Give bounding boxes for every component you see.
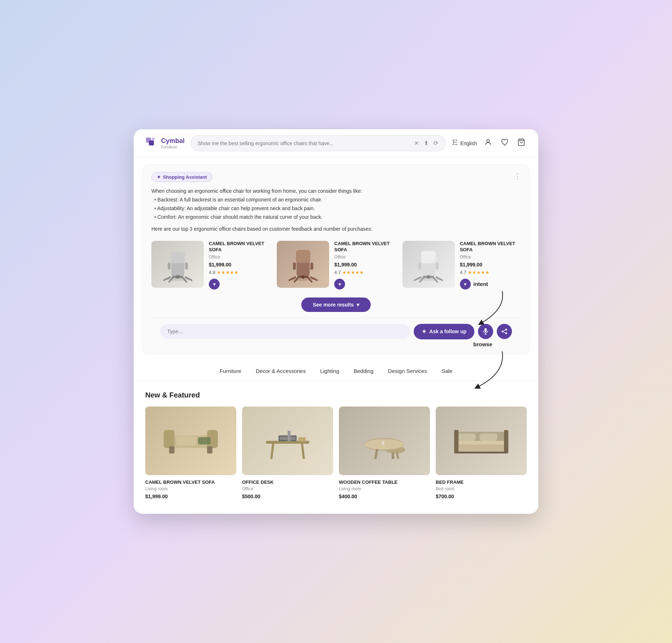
search-input[interactable] [198, 140, 410, 146]
language-button[interactable]: English [452, 139, 477, 148]
assistant-intro: When choosing an ergonomic office chair … [151, 187, 521, 196]
svg-rect-2 [152, 138, 155, 140]
featured-price-2: $500.00 [242, 494, 333, 499]
product-rating-1: 4.8 ★★★★★ [209, 270, 270, 275]
svg-rect-76 [504, 430, 508, 453]
svg-line-66 [397, 452, 398, 459]
featured-cat-2: Office [242, 486, 333, 491]
svg-line-65 [392, 452, 393, 459]
nav-item-furniture[interactable]: Furniture [220, 368, 241, 374]
featured-cat-1: Living room [145, 486, 236, 491]
expand-button-1[interactable]: ▾ [209, 279, 220, 290]
svg-point-15 [176, 275, 180, 279]
language-label: English [460, 140, 477, 146]
wishlist-button[interactable] [499, 137, 510, 149]
svg-rect-14 [185, 262, 188, 270]
featured-item-1[interactable]: CAMEL BROWN VELVET SOFA Living room $1,9… [145, 407, 236, 499]
featured-price-3: $400.00 [339, 494, 430, 499]
stars-1: ★★★★★ [217, 270, 238, 275]
featured-price-4: $700.00 [436, 494, 527, 499]
svg-rect-53 [198, 437, 211, 444]
three-dot-menu-button[interactable]: ⋮ [514, 172, 521, 180]
svg-point-41 [505, 329, 507, 331]
upload-search-button[interactable]: ⬆ [423, 139, 429, 147]
cart-button[interactable] [516, 137, 527, 149]
stars-3: ★★★★★ [468, 270, 490, 275]
rating-value-2: 4.7 [334, 270, 341, 275]
followup-bar: ✦ Ask a follow up [151, 318, 521, 345]
profile-button[interactable] [483, 137, 494, 149]
product-name-2: CAMEL BROWN VELVET SOFA [334, 241, 395, 253]
tip-3: Comfort: An ergonomic chair should match… [151, 213, 521, 222]
header: Cymbal Furniture ✕ ⬆ ⟳ English [134, 129, 538, 157]
svg-rect-75 [454, 430, 458, 453]
svg-line-55 [271, 444, 273, 459]
featured-price-1: $1,999.00 [145, 494, 236, 499]
assistant-badge-label: Shopping Assistant [163, 174, 207, 180]
product-category-3: Office [460, 255, 521, 260]
svg-point-43 [505, 333, 507, 334]
svg-rect-23 [296, 250, 310, 263]
featured-item-4[interactable]: BED FRAME Bed room $700.00 [436, 407, 527, 499]
share-button[interactable] [497, 324, 512, 339]
translate-icon [452, 139, 459, 148]
logo-sub: Furniture [161, 145, 185, 149]
nav-item-lighting[interactable]: Lighting [320, 368, 339, 374]
product-category-1: Office [209, 255, 270, 260]
search-bar: ✕ ⬆ ⟳ [191, 135, 446, 151]
nav-item-design[interactable]: Design Services [388, 368, 427, 374]
svg-line-45 [504, 332, 505, 333]
featured-name-1: CAMEL BROWN VELVET SOFA [145, 479, 236, 485]
microphone-button[interactable] [478, 324, 493, 339]
svg-rect-13 [168, 262, 171, 270]
assistant-header: ✦ Shopping Assistant [151, 172, 521, 182]
ai-search-button[interactable]: ⟳ [433, 139, 439, 147]
see-more-button[interactable]: See more results ▾ [301, 297, 371, 312]
nav-item-decor[interactable]: Decor & Accessories [256, 368, 306, 374]
sparkle-icon-followup: ✦ [422, 328, 426, 335]
chevron-down-icon: ▾ [357, 302, 359, 308]
assistant-summary: Here are our top 3 ergonomic office chai… [151, 225, 521, 234]
featured-section: New & Featured [134, 381, 538, 514]
logo-text: Cymbal Furniture [161, 137, 185, 149]
ask-followup-button[interactable]: ✦ Ask a follow up [414, 324, 474, 339]
featured-name-4: BED FRAME [436, 479, 527, 485]
product-card-2: CAMEL BROWN VELVET SOFA Office $1,999.00… [277, 241, 395, 290]
svg-rect-36 [436, 262, 439, 270]
svg-rect-50 [169, 446, 175, 453]
featured-item-3[interactable]: WOODEN COFFEE TABLE Living room $400.00 [339, 407, 430, 499]
clear-search-button[interactable]: ✕ [413, 139, 419, 147]
expand-button-2[interactable]: ▾ [334, 279, 345, 290]
svg-line-56 [302, 444, 304, 459]
sparkle-icon: ✦ [157, 174, 161, 180]
svg-rect-34 [421, 251, 436, 263]
featured-item-2[interactable]: OFFICE DESK Office $500.00 [242, 407, 333, 499]
svg-rect-48 [164, 430, 175, 448]
svg-rect-73 [458, 434, 476, 441]
nav-item-bedding[interactable]: Bedding [354, 368, 374, 374]
nav-item-sale[interactable]: Sale [441, 368, 452, 374]
svg-rect-74 [479, 434, 497, 441]
see-more-row: See more results ▾ [151, 297, 521, 312]
svg-line-44 [504, 330, 505, 331]
product-image-2 [277, 241, 329, 288]
featured-image-3 [339, 407, 430, 475]
svg-point-67 [365, 439, 404, 449]
svg-rect-38 [484, 328, 487, 332]
svg-point-3 [487, 140, 489, 142]
product-price-3: $1,999.00 [460, 262, 521, 268]
expand-button-3[interactable]: ▾ [460, 279, 471, 290]
product-category-2: Office [334, 255, 395, 260]
stars-2: ★★★★★ [342, 270, 364, 275]
product-image-3 [402, 241, 455, 288]
assistant-panel: ✦ Shopping Assistant ⋮ When choosing an … [142, 165, 530, 354]
tip-1: Backrest: A full backrest is an essentia… [151, 196, 521, 204]
product-rating-3: 4.7 ★★★★★ [460, 270, 521, 275]
featured-image-1 [145, 407, 236, 475]
rating-value-3: 4.7 [460, 270, 466, 275]
followup-input[interactable] [160, 324, 410, 339]
product-rating-2: 4.7 ★★★★★ [334, 270, 395, 275]
followup-button-label: Ask a follow up [429, 329, 466, 334]
product-row: CAMEL BROWN VELVET SOFA Office $1,999.00… [151, 241, 521, 290]
svg-rect-35 [418, 262, 421, 270]
